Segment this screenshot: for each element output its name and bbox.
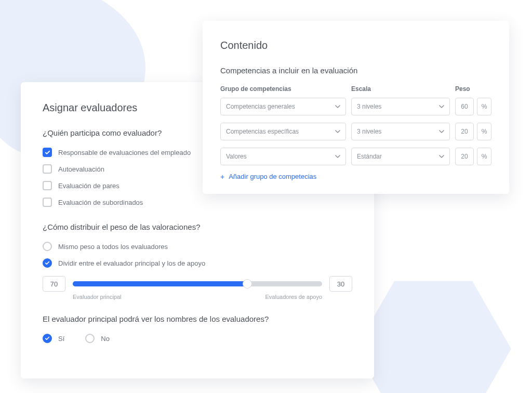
radio-split-weight[interactable]: Dividir entre el evaluador principal y l… xyxy=(43,258,352,268)
table-row: Competencias específicas 3 niveles 20 % xyxy=(220,123,491,140)
checkbox-label: Evaluación de subordinados xyxy=(58,199,143,206)
radio-equal-weight[interactable]: Mismo peso a todos los evaluadores xyxy=(43,242,352,251)
select-value: Estándar xyxy=(357,153,382,160)
select-value: Competencias generales xyxy=(226,103,295,110)
radio-icon xyxy=(43,242,52,251)
radio-icon xyxy=(43,258,52,268)
slider-label-right: Evaluadores de apoyo xyxy=(265,294,322,300)
chevron-down-icon xyxy=(335,104,340,109)
slider-labels: Evaluador principal Evaluadores de apoyo xyxy=(43,294,352,300)
table-row: Valores Estándar 20 % xyxy=(220,148,491,165)
radio-yes[interactable]: Sí xyxy=(43,334,64,343)
slider-label-left: Evaluador principal xyxy=(73,294,122,300)
col-header-scale: Escala xyxy=(351,85,450,93)
select-value: Valores xyxy=(226,153,247,160)
chevron-down-icon xyxy=(335,129,340,134)
radio-label: Dividir entre el evaluador principal y l… xyxy=(58,259,205,267)
checkbox-label: Responsable de evaluaciones del empleado xyxy=(58,149,191,156)
table-header: Grupo de competencias Escala Peso xyxy=(220,85,491,93)
chevron-down-icon xyxy=(439,154,444,159)
radio-label: Sí xyxy=(58,335,64,343)
percent-label: % xyxy=(477,148,491,165)
plus-icon: + xyxy=(220,173,224,180)
slider-fill xyxy=(73,281,247,286)
radio-label: Mismo peso a todos los evaluadores xyxy=(58,243,168,251)
weight-options-group: Mismo peso a todos los evaluadores Divid… xyxy=(43,242,352,268)
add-competency-group-link[interactable]: + Añadir grupo de competecias xyxy=(220,173,491,180)
weight-slider[interactable] xyxy=(73,281,322,286)
select-value: 3 niveles xyxy=(357,128,381,135)
percent-label: % xyxy=(477,98,491,115)
weight-input[interactable]: 20 xyxy=(455,123,474,140)
add-link-label: Añadir grupo de competecias xyxy=(229,173,316,180)
select-value: 3 niveles xyxy=(357,103,381,110)
names-visibility-group: Sí No xyxy=(43,334,352,350)
scale-select[interactable]: 3 niveles xyxy=(351,123,450,140)
content-card: Contenido Competencias a incluir en la e… xyxy=(203,21,509,194)
chevron-down-icon xyxy=(335,154,340,159)
table-row: Competencias generales 3 niveles 60 % xyxy=(220,98,491,115)
checkbox-label: Evaluación de pares xyxy=(58,182,119,190)
select-value: Competencias específicas xyxy=(226,128,299,135)
checkbox-label: Autoevaluación xyxy=(58,165,104,173)
scale-select[interactable]: 3 niveles xyxy=(351,98,450,115)
col-header-group: Grupo de competencias xyxy=(220,85,346,93)
checkbox-icon xyxy=(43,164,52,174)
scale-select[interactable]: Estándar xyxy=(351,148,450,165)
radio-icon xyxy=(43,334,52,343)
radio-icon xyxy=(85,334,95,343)
checkbox-icon xyxy=(43,198,52,207)
checkbox-icon xyxy=(43,148,52,157)
slider-value-right[interactable]: 30 xyxy=(329,276,352,292)
question-see-names: El evaluador principal podrá ver los nom… xyxy=(43,315,352,323)
content-subtitle: Competencias a incluir en la evaluación xyxy=(220,66,491,75)
decoration-hexagon xyxy=(355,273,511,393)
question-weight-distribution: ¿Cómo distribuir el peso de las valoraci… xyxy=(43,222,352,231)
chevron-down-icon xyxy=(439,129,444,134)
checkbox-subordinates[interactable]: Evaluación de subordinados xyxy=(43,198,352,207)
weight-input[interactable]: 60 xyxy=(455,98,474,115)
chevron-down-icon xyxy=(439,104,444,109)
slider-value-left[interactable]: 70 xyxy=(43,276,65,292)
weight-input[interactable]: 20 xyxy=(455,148,474,165)
group-select[interactable]: Competencias generales xyxy=(220,98,346,115)
percent-label: % xyxy=(477,123,491,140)
radio-no[interactable]: No xyxy=(85,334,110,343)
checkbox-icon xyxy=(43,181,52,190)
radio-label: No xyxy=(101,335,110,343)
card-title: Contenido xyxy=(220,40,491,51)
col-header-weight: Peso xyxy=(455,85,491,93)
group-select[interactable]: Competencias específicas xyxy=(220,123,346,140)
slider-thumb[interactable] xyxy=(243,279,252,289)
group-select[interactable]: Valores xyxy=(220,148,346,165)
weight-slider-row: 70 30 xyxy=(43,276,352,292)
